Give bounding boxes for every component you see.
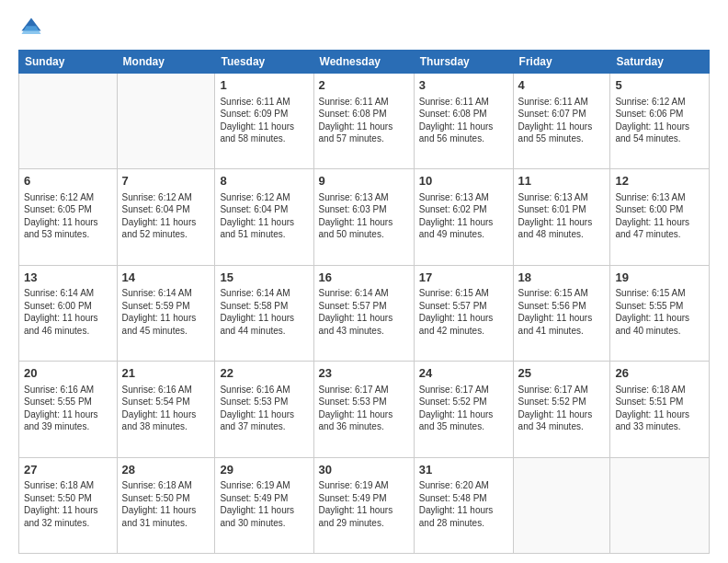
calendar-cell: 8Sunrise: 6:12 AMSunset: 6:04 PMDaylight… — [215, 169, 313, 265]
day-number: 31 — [419, 462, 508, 478]
calendar-cell: 24Sunrise: 6:17 AMSunset: 5:52 PMDayligh… — [414, 362, 513, 457]
calendar-cell: 10Sunrise: 6:13 AMSunset: 6:02 PMDayligh… — [414, 169, 513, 265]
day-info: Sunrise: 6:18 AMSunset: 5:51 PMDaylight:… — [615, 384, 704, 433]
day-number: 19 — [615, 270, 704, 286]
calendar-cell: 18Sunrise: 6:15 AMSunset: 5:56 PMDayligh… — [513, 265, 610, 361]
day-info: Sunrise: 6:14 AMSunset: 5:58 PMDaylight:… — [220, 287, 308, 337]
day-number: 2 — [319, 77, 409, 94]
calendar-cell: 15Sunrise: 6:14 AMSunset: 5:58 PMDayligh… — [215, 265, 313, 361]
calendar-week-0: 1Sunrise: 6:11 AMSunset: 6:09 PMDaylight… — [19, 74, 710, 169]
day-number: 12 — [615, 173, 704, 190]
day-info: Sunrise: 6:15 AMSunset: 5:56 PMDaylight:… — [518, 287, 606, 337]
day-number: 24 — [419, 365, 508, 382]
day-info: Sunrise: 6:11 AMSunset: 6:08 PMDaylight:… — [419, 96, 508, 145]
day-info: Sunrise: 6:14 AMSunset: 5:59 PMDaylight:… — [122, 287, 210, 337]
day-number: 16 — [319, 270, 409, 286]
day-number: 26 — [615, 365, 704, 382]
day-info: Sunrise: 6:13 AMSunset: 6:02 PMDaylight:… — [419, 191, 508, 241]
logo-icon — [18, 15, 44, 40]
calendar-cell: 6Sunrise: 6:12 AMSunset: 6:05 PMDaylight… — [19, 169, 118, 265]
calendar-cell: 31Sunrise: 6:20 AMSunset: 5:48 PMDayligh… — [414, 457, 513, 553]
day-info: Sunrise: 6:17 AMSunset: 5:52 PMDaylight:… — [518, 384, 606, 433]
day-info: Sunrise: 6:12 AMSunset: 6:04 PMDaylight:… — [122, 191, 210, 241]
day-number: 17 — [419, 270, 508, 286]
calendar-cell: 5Sunrise: 6:12 AMSunset: 6:06 PMDaylight… — [610, 74, 710, 169]
calendar-cell: 2Sunrise: 6:11 AMSunset: 6:08 PMDaylight… — [313, 74, 414, 169]
calendar-cell: 29Sunrise: 6:19 AMSunset: 5:49 PMDayligh… — [215, 457, 313, 553]
calendar-cell: 16Sunrise: 6:14 AMSunset: 5:57 PMDayligh… — [313, 265, 414, 361]
day-info: Sunrise: 6:14 AMSunset: 6:00 PMDaylight:… — [24, 287, 112, 337]
day-info: Sunrise: 6:18 AMSunset: 5:50 PMDaylight:… — [24, 479, 112, 529]
calendar-cell: 1Sunrise: 6:11 AMSunset: 6:09 PMDaylight… — [215, 74, 313, 169]
col-header-tuesday: Tuesday — [215, 51, 313, 74]
calendar-week-4: 27Sunrise: 6:18 AMSunset: 5:50 PMDayligh… — [19, 457, 710, 553]
day-number: 5 — [615, 77, 704, 94]
day-number: 25 — [518, 365, 606, 382]
day-info: Sunrise: 6:16 AMSunset: 5:54 PMDaylight:… — [122, 384, 210, 433]
day-number: 6 — [24, 173, 112, 190]
calendar-cell: 30Sunrise: 6:19 AMSunset: 5:49 PMDayligh… — [313, 457, 414, 553]
calendar-cell: 27Sunrise: 6:18 AMSunset: 5:50 PMDayligh… — [19, 457, 118, 553]
day-number: 8 — [220, 173, 308, 190]
col-header-thursday: Thursday — [414, 51, 513, 74]
day-info: Sunrise: 6:13 AMSunset: 6:00 PMDaylight:… — [615, 191, 704, 241]
page: SundayMondayTuesdayWednesdayThursdayFrid… — [0, 0, 728, 563]
day-number: 18 — [518, 270, 606, 286]
calendar-header-row: SundayMondayTuesdayWednesdayThursdayFrid… — [19, 51, 710, 74]
calendar-table: SundayMondayTuesdayWednesdayThursdayFrid… — [18, 50, 710, 554]
header — [18, 15, 710, 40]
calendar-week-3: 20Sunrise: 6:16 AMSunset: 5:55 PMDayligh… — [19, 362, 710, 457]
day-info: Sunrise: 6:15 AMSunset: 5:57 PMDaylight:… — [419, 287, 508, 337]
day-number: 1 — [220, 77, 308, 94]
calendar-cell — [19, 74, 118, 169]
day-info: Sunrise: 6:14 AMSunset: 5:57 PMDaylight:… — [319, 287, 409, 337]
day-info: Sunrise: 6:16 AMSunset: 5:53 PMDaylight:… — [220, 384, 308, 433]
calendar-cell — [117, 74, 215, 169]
day-info: Sunrise: 6:20 AMSunset: 5:48 PMDaylight:… — [419, 479, 508, 529]
day-number: 7 — [122, 173, 210, 190]
day-info: Sunrise: 6:12 AMSunset: 6:04 PMDaylight:… — [220, 191, 308, 241]
day-number: 9 — [319, 173, 409, 190]
calendar-cell: 22Sunrise: 6:16 AMSunset: 5:53 PMDayligh… — [215, 362, 313, 457]
col-header-sunday: Sunday — [19, 51, 118, 74]
day-info: Sunrise: 6:11 AMSunset: 6:08 PMDaylight:… — [319, 96, 409, 145]
calendar-cell: 7Sunrise: 6:12 AMSunset: 6:04 PMDaylight… — [117, 169, 215, 265]
calendar-cell: 4Sunrise: 6:11 AMSunset: 6:07 PMDaylight… — [513, 74, 610, 169]
day-info: Sunrise: 6:16 AMSunset: 5:55 PMDaylight:… — [24, 384, 112, 433]
day-number: 10 — [419, 173, 508, 190]
logo — [18, 15, 48, 40]
day-number: 14 — [122, 270, 210, 286]
day-info: Sunrise: 6:12 AMSunset: 6:06 PMDaylight:… — [615, 96, 704, 145]
calendar-week-2: 13Sunrise: 6:14 AMSunset: 6:00 PMDayligh… — [19, 265, 710, 361]
calendar-week-1: 6Sunrise: 6:12 AMSunset: 6:05 PMDaylight… — [19, 169, 710, 265]
calendar-cell: 12Sunrise: 6:13 AMSunset: 6:00 PMDayligh… — [610, 169, 710, 265]
day-number: 28 — [122, 462, 210, 478]
day-number: 29 — [220, 462, 308, 478]
calendar-cell: 20Sunrise: 6:16 AMSunset: 5:55 PMDayligh… — [19, 362, 118, 457]
calendar-cell: 25Sunrise: 6:17 AMSunset: 5:52 PMDayligh… — [513, 362, 610, 457]
calendar-cell: 28Sunrise: 6:18 AMSunset: 5:50 PMDayligh… — [117, 457, 215, 553]
day-info: Sunrise: 6:13 AMSunset: 6:01 PMDaylight:… — [518, 191, 606, 241]
calendar-cell: 14Sunrise: 6:14 AMSunset: 5:59 PMDayligh… — [117, 265, 215, 361]
col-header-monday: Monday — [117, 51, 215, 74]
day-info: Sunrise: 6:17 AMSunset: 5:53 PMDaylight:… — [319, 384, 409, 433]
day-info: Sunrise: 6:18 AMSunset: 5:50 PMDaylight:… — [122, 479, 210, 529]
calendar-cell: 26Sunrise: 6:18 AMSunset: 5:51 PMDayligh… — [610, 362, 710, 457]
day-info: Sunrise: 6:19 AMSunset: 5:49 PMDaylight:… — [220, 479, 308, 529]
col-header-friday: Friday — [513, 51, 610, 74]
calendar-cell: 3Sunrise: 6:11 AMSunset: 6:08 PMDaylight… — [414, 74, 513, 169]
calendar-cell — [513, 457, 610, 553]
day-number: 21 — [122, 365, 210, 382]
day-number: 20 — [24, 365, 112, 382]
calendar-cell: 11Sunrise: 6:13 AMSunset: 6:01 PMDayligh… — [513, 169, 610, 265]
calendar-cell — [610, 457, 710, 553]
calendar-cell: 21Sunrise: 6:16 AMSunset: 5:54 PMDayligh… — [117, 362, 215, 457]
day-number: 30 — [319, 462, 409, 478]
day-info: Sunrise: 6:11 AMSunset: 6:07 PMDaylight:… — [518, 96, 606, 145]
day-info: Sunrise: 6:17 AMSunset: 5:52 PMDaylight:… — [419, 384, 508, 433]
day-info: Sunrise: 6:19 AMSunset: 5:49 PMDaylight:… — [319, 479, 409, 529]
day-number: 23 — [319, 365, 409, 382]
col-header-wednesday: Wednesday — [313, 51, 414, 74]
calendar-cell: 17Sunrise: 6:15 AMSunset: 5:57 PMDayligh… — [414, 265, 513, 361]
day-number: 11 — [518, 173, 606, 190]
